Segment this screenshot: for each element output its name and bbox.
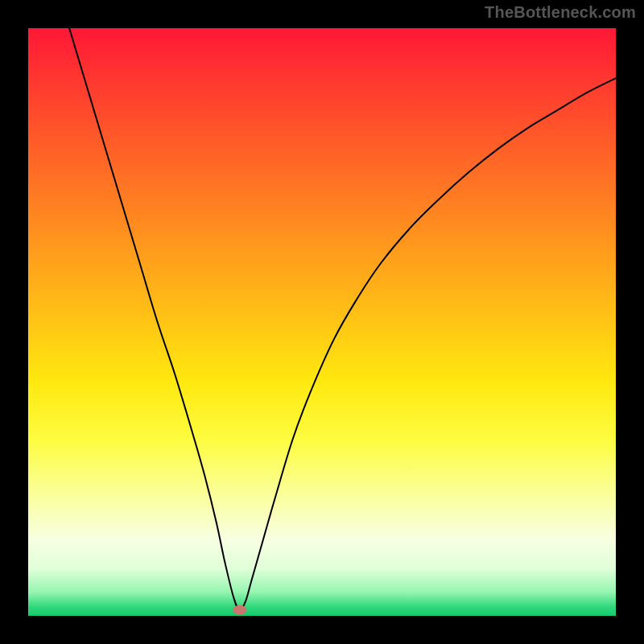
watermark-text: TheBottleneck.com — [485, 3, 636, 22]
curve-svg — [28, 28, 616, 616]
plot-area — [28, 28, 616, 616]
optimal-marker — [233, 605, 247, 615]
bottleneck-curve — [69, 28, 616, 610]
chart-frame: TheBottleneck.com — [0, 0, 644, 644]
